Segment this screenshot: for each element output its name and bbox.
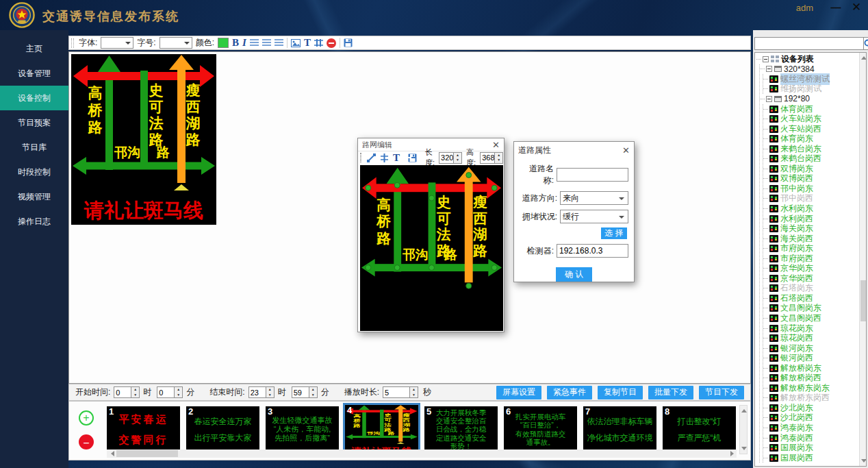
- start-minute-stepper[interactable]: ▲▼: [157, 386, 183, 398]
- traffic-light-icon: [769, 155, 778, 162]
- tree-root-device-list[interactable]: 设备列表: [756, 54, 858, 64]
- sidebar-item-设备管理[interactable]: 设备管理: [0, 61, 68, 86]
- confirm-button[interactable]: 确 认: [556, 267, 592, 282]
- length-stepper[interactable]: ▲▼: [439, 152, 462, 164]
- save-icon[interactable]: [344, 38, 353, 47]
- tree-device-维扬岗测试[interactable]: 维扬岗测试: [763, 84, 858, 95]
- program-thumbnail-4[interactable]: 4高桥路史可法路瘦西湖路邗沟路请礼让斑马线: [345, 405, 418, 454]
- font-family-select[interactable]: [101, 37, 133, 49]
- text-tool-button[interactable]: T: [304, 37, 311, 49]
- height-stepper[interactable]: ▲▼: [480, 152, 503, 164]
- program-thumbnail-7[interactable]: 7依法治理非标车辆净化城市交通环境: [583, 406, 656, 452]
- length-input[interactable]: [439, 152, 454, 164]
- svg-text:史: 史: [149, 82, 164, 99]
- select-button[interactable]: 选 择: [601, 227, 627, 239]
- program-thumbnail-8[interactable]: 8打击整改“灯严查严惩“机: [663, 406, 736, 452]
- end-hour-stepper[interactable]: ▲▼: [248, 386, 275, 398]
- app-title: 交通诱导信息发布系统: [42, 8, 179, 25]
- program-thumbnail-2[interactable]: 2春运安全连万家出行平安靠大家: [186, 406, 259, 452]
- traffic-light-icon: [769, 235, 778, 243]
- draw-line-icon[interactable]: [367, 153, 376, 162]
- collapse-icon[interactable]: [763, 56, 769, 62]
- svg-text:湖: 湖: [472, 226, 487, 243]
- end-minute-stepper[interactable]: ▲▼: [292, 386, 318, 398]
- road-network-canvas[interactable]: 高桥路史可法路瘦西湖路邗沟路: [360, 165, 503, 331]
- traffic-light-icon: [769, 85, 778, 93]
- traffic-light-icon: [769, 454, 778, 462]
- align-right-icon[interactable]: [275, 39, 283, 47]
- program-thumbnail-1[interactable]: 1平安春运交警同行: [107, 406, 180, 452]
- sidebar-item-主页[interactable]: 主页: [0, 36, 68, 61]
- move-node-icon[interactable]: [380, 153, 389, 162]
- close-button[interactable]: ✕: [849, 0, 864, 15]
- remove-program-button[interactable]: −: [79, 434, 94, 449]
- minimize-button[interactable]: —: [828, 0, 843, 15]
- sidebar-item-节目预案[interactable]: 节目预案: [0, 110, 68, 135]
- device-search-input[interactable]: [754, 37, 864, 50]
- font-size-select[interactable]: [159, 37, 192, 49]
- program-thumbnail-3[interactable]: 3发生轻微交通事故“人未伤，车能动,先拍照，后撤离”: [266, 406, 339, 452]
- traffic-light-icon: [769, 325, 778, 332]
- svg-text:邗沟: 邗沟: [402, 247, 428, 262]
- action-button-批量下发[interactable]: 批量下发: [648, 386, 693, 399]
- svg-text:西: 西: [403, 417, 411, 422]
- congestion-select[interactable]: 缓行: [560, 210, 628, 223]
- design-canvas[interactable]: 高桥路史可法路瘦西湖路邗沟路请礼让斑马线 路网编辑 ✕ T: [68, 51, 751, 384]
- program-number: 4: [347, 405, 352, 415]
- road-direction-select[interactable]: 来向: [560, 191, 628, 205]
- duration-stepper[interactable]: ▲▼: [383, 386, 420, 398]
- action-button-紧急事件[interactable]: 紧急事件: [547, 386, 592, 399]
- road-name-input[interactable]: [557, 168, 628, 182]
- text-tool-button[interactable]: T: [393, 152, 400, 164]
- tree-device-国展岗西[interactable]: 国展岗西: [763, 453, 858, 463]
- detector-input[interactable]: [557, 244, 628, 258]
- start-hour-stepper[interactable]: ▲▼: [114, 386, 140, 398]
- svg-text:法: 法: [436, 226, 451, 243]
- start-hour-input[interactable]: [114, 386, 131, 398]
- toolbar-grip: [71, 38, 74, 48]
- program-thumbnail-6[interactable]: 6扎实开展电动车“百日整治”，有效预防道路交通事故。: [504, 406, 577, 452]
- start-minute-input[interactable]: [157, 386, 175, 398]
- sidebar-item-节目库[interactable]: 节目库: [0, 135, 68, 160]
- duration-input[interactable]: [383, 386, 410, 398]
- italic-button[interactable]: I: [242, 37, 246, 49]
- road-network-icon[interactable]: [314, 38, 323, 47]
- align-left-icon[interactable]: [250, 39, 259, 47]
- action-button-节目下发[interactable]: 节目下发: [699, 386, 744, 399]
- collapse-icon[interactable]: [766, 66, 772, 72]
- sign-preview[interactable]: 高桥路史可法路瘦西湖路邗沟路请礼让斑马线: [71, 54, 216, 225]
- close-icon[interactable]: ✕: [622, 145, 630, 156]
- playlist-vertical-scrollbar[interactable]: [739, 405, 748, 454]
- sidebar-item-时段控制[interactable]: 时段控制: [0, 160, 68, 184]
- color-swatch[interactable]: [218, 38, 229, 48]
- bold-button[interactable]: B: [232, 37, 239, 49]
- add-program-button[interactable]: +: [79, 410, 94, 426]
- action-button-屏幕设置[interactable]: 屏幕设置: [496, 386, 541, 399]
- sidebar-item-设备控制[interactable]: 设备控制: [0, 86, 68, 110]
- playlist-horizontal-scrollbar[interactable]: [107, 449, 737, 458]
- scrollbar-thumb[interactable]: [860, 280, 866, 321]
- end-hour-input[interactable]: [248, 386, 266, 398]
- image-icon[interactable]: [291, 39, 301, 47]
- program-thumbnail-5[interactable]: 5大力开展秋冬季交通安全整治百日会战，全力稳定道路交通安全形势！: [424, 406, 498, 452]
- tree-scrollbar[interactable]: [859, 53, 866, 466]
- align-center-icon[interactable]: [262, 39, 271, 47]
- program-text: 依法治理非标车辆净化城市交通环境: [583, 406, 656, 452]
- collapse-icon[interactable]: [766, 96, 772, 102]
- forbid-icon[interactable]: [327, 38, 336, 48]
- sidebar-item-视频管理[interactable]: 视频管理: [0, 184, 68, 209]
- program-text: 打击整改“灯严查严惩“机: [663, 406, 736, 452]
- traffic-light-icon: [769, 414, 778, 421]
- traffic-light-icon: [769, 255, 778, 262]
- traffic-light-icon: [769, 315, 778, 322]
- scrollbar-thumb[interactable]: [116, 450, 178, 457]
- svg-text:瘦: 瘦: [472, 194, 487, 210]
- search-button[interactable]: [864, 37, 868, 50]
- tree-label: 320*384: [784, 64, 815, 74]
- action-button-复制节目[interactable]: 复制节目: [598, 386, 643, 399]
- traffic-light-icon: [769, 334, 778, 342]
- sidebar-item-操作日志[interactable]: 操作日志: [0, 209, 68, 234]
- close-icon[interactable]: ✕: [492, 140, 500, 150]
- height-input[interactable]: [480, 152, 495, 164]
- end-minute-input[interactable]: [292, 386, 309, 398]
